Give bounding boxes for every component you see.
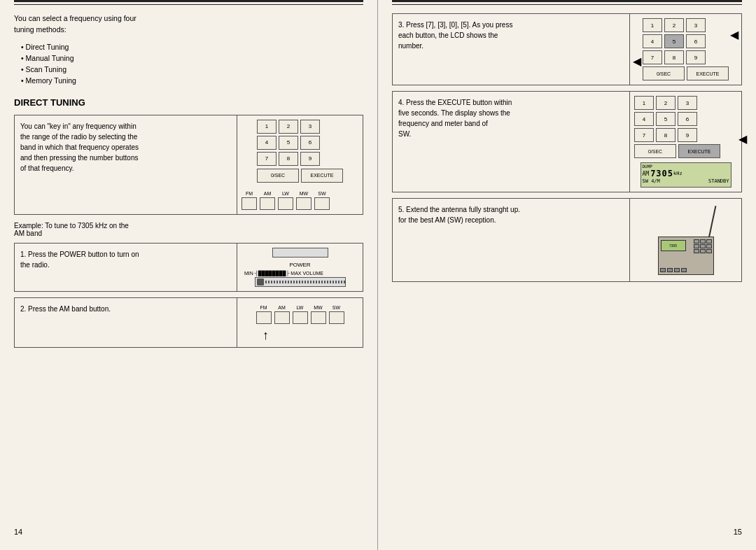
step4-key-0sec[interactable]: 0/SEC [634,144,676,158]
band-section: FM AM LW MW [241,188,358,210]
key-1[interactable]: 1 [257,120,276,134]
top-decorative-lines [14,0,363,5]
step4-key-7[interactable]: 7 [634,128,654,142]
step3-keypad-container: 1 2 3 4 5 6 7 8 9 0/SEC EXECUTE ◀ [643,18,729,80]
step1-text: 1. Press the POWER button to turn on the… [15,244,237,291]
band-buttons-row: FM AM LW MW [241,191,358,210]
step4-key-3[interactable]: 3 [678,96,697,110]
step4-key-2[interactable]: 2 [656,96,676,110]
key-3[interactable]: 3 [300,120,320,134]
right-arrow-step3: ◀ [730,28,738,41]
step4-key-4[interactable]: 4 [634,112,654,126]
step4-key-8[interactable]: 8 [656,128,676,142]
step3-key-7[interactable]: 7 [643,50,662,64]
page-number-left: 14 [14,523,363,536]
power-section: POWER MIN ┤████████├ MAX VOLUME [241,248,358,287]
lcd-bottom-row: SW 4/M STANDBY [643,178,729,184]
left-page: You can select a frequency using four tu… [0,0,378,550]
radio-body: 7305 [658,237,714,275]
key-6[interactable]: 6 [300,136,320,150]
step4-text: 4. Press the EXECUTE button within five … [393,92,629,192]
radio-small-btn [700,239,706,244]
step3-key-9[interactable]: 9 [686,50,706,64]
radio-bottom-btn [681,268,687,272]
radio-small-btn [694,244,699,248]
step2-text: 2. Press the AM band button. [15,298,237,347]
band-btn-mw: MW [296,191,312,210]
bullet-memory: • Memory Tuning [21,76,363,85]
section-title-direct-tuning: DIRECT TUNING [14,97,363,108]
lcd-frequency: 7305 [650,169,673,178]
example-text: Example: To tune to 7305 kHz on the AM b… [14,222,363,237]
right-page: 3. Press [7], [3], [0], [5]. As you pres… [378,0,756,550]
radio-bottom-btn [667,268,673,272]
step3-key-4[interactable]: 4 [643,34,662,48]
direct-tuning-box: You can "key in" any frequency within th… [14,115,363,215]
bullet-direct: • Direct Tuning [21,43,363,51]
step2-box: 2. Press the AM band button. FM AM LW [14,297,363,348]
radio-illustration: 7305 [651,205,721,275]
band-btn-am: AM [260,191,275,210]
lcd-main-row: AM 7305 kHz [643,169,729,178]
step4-key-9[interactable]: 9 [678,128,697,142]
step3-text: 3. Press [7], [3], [0], [5]. As you pres… [393,14,629,85]
intro-text: You can select a frequency using four tu… [14,13,363,36]
step3-keypad: 1 2 3 4 5 6 7 8 9 [643,18,729,64]
step4-key-1[interactable]: 1 [634,96,654,110]
page-container: You can select a frequency using four tu… [0,0,756,550]
step3-key-5[interactable]: 5 [664,34,684,48]
step3-key-3[interactable]: 3 [686,18,706,32]
key-2[interactable]: 2 [279,120,298,134]
volume-min-max-label: MIN ┤████████├ MAX VOLUME [241,271,323,276]
key-5[interactable]: 5 [279,136,298,150]
step3-key-0sec[interactable]: 0/SEC [643,66,685,80]
radio-small-btn [706,239,712,244]
volume-slider[interactable] [255,277,346,287]
volume-bar [265,281,345,283]
step4-keypad-bottom: 0/SEC EXECUTE [634,144,737,158]
radio-small-btn [694,249,699,253]
step4-box: 4. Press the EXECUTE button within five … [392,91,742,192]
volume-indicator [257,278,264,285]
direct-tuning-text: You can "key in" any frequency within th… [15,115,237,214]
lcd-unit: kHz [673,171,682,176]
radio-small-btn [706,244,712,248]
step2-band-am: AM [274,305,290,324]
bullet-scan: • Scan Tuning [21,65,363,73]
step4-keypad: 1 2 3 4 5 6 7 8 9 [634,96,737,142]
up-arrow-icon: ↑ [262,328,269,343]
power-button-rect[interactable] [272,248,328,258]
step3-box: 3. Press [7], [3], [0], [5]. As you pres… [392,13,742,85]
key-0sec[interactable]: 0/SEC [257,169,299,183]
band-btn-sw: SW [314,191,330,210]
lcd-band: SW 4/M [643,178,660,184]
step5-image: 7305 [629,199,741,281]
lcd-standby: STANDBY [708,178,729,184]
step2-band-mw: MW [311,305,326,324]
band-btn-fm: FM [241,191,257,210]
right-top-decorative-lines [392,0,742,5]
step4-image: 1 2 3 4 5 6 7 8 9 0/SEC EXECUTE ◀ [629,92,741,192]
key-9[interactable]: 9 [300,152,320,166]
step2-image: FM AM LW MW [237,298,363,347]
key-execute[interactable]: EXECUTE [301,169,343,183]
step4-key-execute[interactable]: EXECUTE [678,144,720,158]
bullet-manual: • Manual Tuning [21,54,363,62]
key-7[interactable]: 7 [257,152,276,166]
step1-image: POWER MIN ┤████████├ MAX VOLUME [237,244,363,291]
number-keypad: 1 2 3 4 5 6 7 8 9 [257,120,343,166]
step3-key-2[interactable]: 2 [664,18,684,32]
step4-key-5[interactable]: 5 [656,112,676,126]
step4-key-6[interactable]: 6 [678,112,697,126]
step3-key-8[interactable]: 8 [664,50,684,64]
key-4[interactable]: 4 [257,136,276,150]
radio-small-btn [700,249,706,253]
step4-keypad-container: 1 2 3 4 5 6 7 8 9 0/SEC EXECUTE ◀ [634,96,737,158]
keypad-bottom-row: 0/SEC EXECUTE [257,169,343,183]
step3-key-execute[interactable]: EXECUTE [687,66,729,80]
step3-key-1[interactable]: 1 [643,18,662,32]
radio-button-grid [694,239,712,253]
key-8[interactable]: 8 [279,152,298,166]
step3-key-6[interactable]: 6 [686,34,706,48]
page-number-right: 15 [392,523,742,536]
